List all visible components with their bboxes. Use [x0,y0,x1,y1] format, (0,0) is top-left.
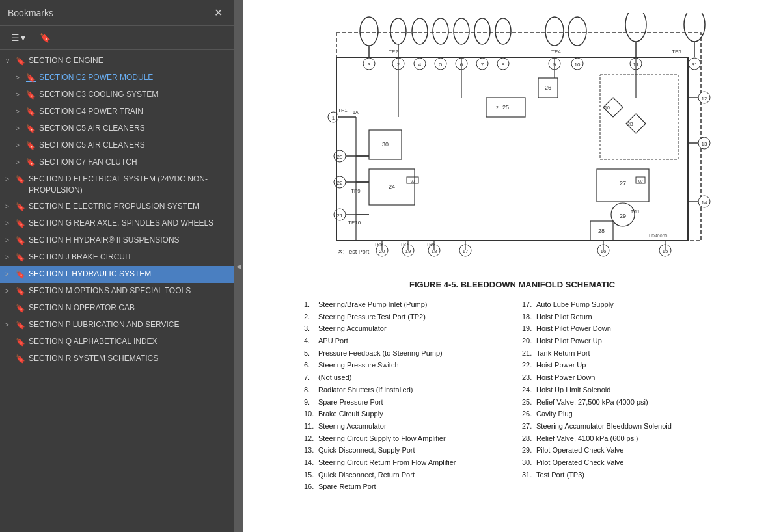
chevron-icon[interactable]: ∨ [5,57,16,66]
legend-num: 8. [304,384,316,396]
bookmark-icon-button[interactable]: 🔖 [35,30,55,46]
sidebar-item-section-q[interactable]: 🔖SECTION Q ALPHABETICAL INDEX [0,334,234,351]
chevron-icon[interactable]: > [5,270,16,279]
sidebar-item-label: SECTION Q ALPHABETICAL INDEX [29,336,229,347]
legend-text: Auto Lube Pump Supply [536,299,614,311]
legend-item: 6.Steering Pressure Switch [304,359,502,371]
legend-num: 18. [522,311,534,323]
legend-item: 8.Radiator Shutters (If installed) [304,384,502,396]
chevron-icon[interactable]: > [5,175,16,184]
legend-item: 22.Hoist Power Up [522,359,720,371]
legend-text: Pilot Operated Check Valve [536,457,623,469]
svg-text:8: 8 [502,62,505,68]
sidebar-content[interactable]: ∨🔖SECTION C ENGINE>🔖SECTION C2 POWER MOD… [0,50,234,532]
sidebar-item-section-p[interactable]: >🔖SECTION P LUBRICATION AND SERVICE [0,317,234,334]
legend-num: 25. [522,396,534,408]
list-view-button[interactable]: ☰ ▾ [7,30,30,46]
legend-text: Relief Valve, 27,500 kPa (4000 psi) [536,396,648,408]
sidebar-header: Bookmarks ✕ [0,0,234,26]
legend-num: 9. [304,396,316,408]
svg-text:7: 7 [481,62,484,68]
svg-text:26: 26 [545,85,551,91]
legend-item: 29.Pilot Operated Check Valve [522,444,720,457]
sidebar-item-section-c5a[interactable]: >🔖SECTION C5 AIR CLEANERS [0,120,234,137]
legend-text: Pressure Feedback (to Steering Pump) [318,347,443,360]
legend-text: APU Port [318,335,348,347]
bookmark-icon: 🔖 [16,219,26,230]
legend-text: Spare Return Port [318,481,376,493]
sidebar-item-section-c4[interactable]: >🔖SECTION C4 POWER TRAIN [0,103,234,120]
sidebar-item-section-c3[interactable]: >🔖SECTION C3 COOLING SYSTEM [0,86,234,103]
chevron-icon[interactable]: > [16,107,26,116]
sidebar-item-label: SECTION J BRAKE CIRCUIT [29,252,229,263]
svg-text:2B: 2B [627,122,633,126]
legend-num: 11. [304,420,316,432]
legend-num: 2. [304,311,316,323]
sidebar-item-section-c5b[interactable]: >🔖SECTION C5 AIR CLEANERS [0,137,234,154]
svg-text:4: 4 [418,62,422,68]
legend-text: Steering Circuit Return From Flow Amplif… [318,457,456,469]
legend-item: 18.Hoist Pilot Return [522,311,720,323]
sidebar-item-label: SECTION N OPERATOR CAB [29,302,229,313]
legend-right: 17.Auto Lube Pump Supply18.Hoist Pilot R… [522,299,720,493]
legend-num: 21. [522,347,534,360]
svg-text:10: 10 [605,105,610,110]
diagram-title: FIGURE 4-5. BLEEDDOWN MANIFOLD SCHEMATIC [409,280,615,289]
svg-text:1A: 1A [353,110,359,114]
svg-text:W: W [638,180,643,184]
svg-text:TP8: TP8 [374,242,383,246]
main-content: TP2 TP4 TP5 3 2 4 5 6 7 8 9 [243,0,781,532]
legend-num: 3. [304,323,316,335]
sidebar-item-section-h[interactable]: >🔖SECTION H HYDRAIR® II SUSPENSIONS [0,232,234,249]
panel-divider[interactable]: ◀ [234,0,243,532]
sidebar-item-section-r[interactable]: 🔖SECTION R SYSTEM SCHEMATICS [0,351,234,367]
svg-text:23: 23 [337,154,343,160]
chevron-icon[interactable]: > [5,236,16,245]
legend-text: Steering Circuit Supply to Flow Amplifie… [318,432,446,445]
legend-item: 13.Quick Disconnect, Supply Port [304,444,502,457]
sidebar-item-section-m[interactable]: >🔖SECTION M OPTIONS AND SPECIAL TOOLS [0,283,234,300]
bookmark-icon: 🔖 [16,174,26,185]
legend-item: 9.Spare Pressure Port [304,396,502,408]
chevron-icon[interactable]: > [16,141,26,150]
chevron-icon[interactable]: > [16,90,26,100]
sidebar-item-section-c[interactable]: ∨🔖SECTION C ENGINE [0,53,234,70]
sidebar-close-button[interactable]: ✕ [210,5,226,20]
chevron-icon[interactable]: > [5,253,16,262]
legend-container: 1.Steering/Brake Pump Inlet (Pump)2.Stee… [304,299,720,493]
sidebar-item-label: SECTION G REAR AXLE, SPINDLES AND WHEELS [29,218,229,229]
sidebar-item-section-j[interactable]: >🔖SECTION J BRAKE CIRCUIT [0,249,234,266]
legend-text: Hoist Pilot Return [536,311,592,323]
sidebar-item-section-c7[interactable]: >🔖SECTION C7 FAN CLUTCH [0,154,234,171]
sidebar-item-section-l[interactable]: >🔖SECTION L HYDRAULIC SYSTEM [0,266,234,283]
bookmark-icon: 🔖 [26,140,36,152]
chevron-icon[interactable]: > [5,202,16,211]
sidebar-item-section-d[interactable]: >🔖SECTION D ELECTRICAL SYSTEM (24VDC NON… [0,171,234,198]
sidebar-item-section-g[interactable]: >🔖SECTION G REAR AXLE, SPINDLES AND WHEE… [0,215,234,232]
legend-num: 20. [522,335,534,347]
legend-text: Hoist Power Down [536,371,595,384]
sidebar: Bookmarks ✕ ☰ ▾ 🔖 ∨🔖SECTION C ENGINE>🔖SE… [0,0,234,532]
svg-text:5: 5 [439,62,443,68]
sidebar-item-label: SECTION M OPTIONS AND SPECIAL TOOLS [29,286,229,297]
chevron-icon[interactable]: > [5,219,16,228]
chevron-icon[interactable]: > [16,158,26,167]
chevron-icon[interactable]: > [5,321,16,330]
sidebar-item-section-n[interactable]: 🔖SECTION N OPERATOR CAB [0,300,234,317]
legend-num: 24. [522,384,534,396]
sidebar-item-label: SECTION H HYDRAIR® II SUSPENSIONS [29,235,229,246]
bookmark-icon: 🔖 [16,202,26,213]
sidebar-item-section-c2[interactable]: >🔖SECTION C2 POWER MODULE [0,70,234,86]
sidebar-toolbar: ☰ ▾ 🔖 [0,26,234,50]
svg-text:2: 2 [496,105,499,110]
chevron-icon[interactable]: > [5,287,16,296]
chevron-icon[interactable]: > [16,73,26,83]
legend-item: 23.Hoist Power Down [522,371,720,384]
sidebar-item-section-e[interactable]: >🔖SECTION E ELECTRIC PROPULSION SYSTEM [0,198,234,215]
svg-text:24: 24 [389,183,395,190]
svg-text:22: 22 [337,180,343,186]
legend-item: 4.APU Port [304,335,502,347]
svg-text:3: 3 [368,62,371,68]
chevron-icon[interactable]: > [16,124,26,133]
legend-num: 4. [304,335,316,347]
